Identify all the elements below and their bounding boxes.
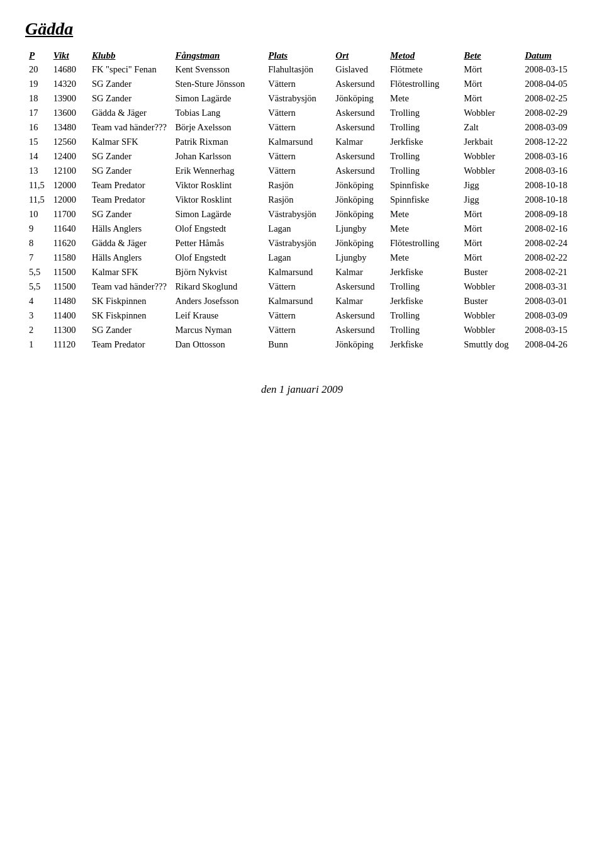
cell-klubb: Gädda & Jäger: [88, 106, 172, 120]
cell-vikt: 11120: [50, 337, 88, 352]
cell-metod: Spinnfiske: [386, 193, 460, 207]
cell-plats: Vättern: [264, 120, 332, 135]
cell-ort: Askersund: [332, 164, 386, 178]
table-row: 1412400SG ZanderJohan KarlssonVätternAsk…: [25, 149, 579, 164]
table-row: 11,512000Team PredatorViktor RosklintRas…: [25, 193, 579, 207]
cell-bete: Wobbler: [460, 164, 521, 178]
cell-vikt: 12100: [50, 164, 88, 178]
cell-bete: Wobbler: [460, 308, 521, 323]
cell-plats: Lagan: [264, 222, 332, 236]
cell-plats: Kalmarsund: [264, 135, 332, 149]
cell-plats: Kalmarsund: [264, 265, 332, 279]
cell-ort: Ljungby: [332, 222, 386, 236]
cell-plats: Vättern: [264, 106, 332, 120]
cell-datum: 2008-02-22: [521, 251, 579, 265]
col-header-p: P: [25, 49, 50, 62]
col-header-bete: Bete: [460, 49, 521, 62]
cell-ort: Askersund: [332, 106, 386, 120]
cell-plats: Västrabysjön: [264, 236, 332, 251]
cell-datum: 2008-03-09: [521, 120, 579, 135]
cell-metod: Flötestrolling: [386, 236, 460, 251]
cell-plats: Västrabysjön: [264, 91, 332, 106]
cell-ort: Askersund: [332, 120, 386, 135]
cell-fangstman: Leif Krause: [171, 308, 264, 323]
cell-bete: Buster: [460, 265, 521, 279]
cell-p: 17: [25, 106, 50, 120]
cell-bete: Wobbler: [460, 279, 521, 294]
cell-plats: Bunn: [264, 337, 332, 352]
cell-bete: Zalt: [460, 120, 521, 135]
cell-metod: Jerkfiske: [386, 135, 460, 149]
cell-p: 2: [25, 323, 50, 337]
cell-datum: 2008-02-25: [521, 91, 579, 106]
cell-vikt: 13600: [50, 106, 88, 120]
cell-metod: Flötestrolling: [386, 77, 460, 91]
cell-p: 15: [25, 135, 50, 149]
cell-plats: Lagan: [264, 251, 332, 265]
cell-p: 11,5: [25, 193, 50, 207]
cell-datum: 2008-02-24: [521, 236, 579, 251]
cell-plats: Flahultasjön: [264, 62, 332, 77]
cell-klubb: Hälls Anglers: [88, 222, 172, 236]
cell-fangstman: Simon Lagärde: [171, 207, 264, 222]
cell-p: 18: [25, 91, 50, 106]
table-row: 11,512000Team PredatorViktor RosklintRas…: [25, 178, 579, 193]
cell-datum: 2008-04-26: [521, 337, 579, 352]
cell-p: 14: [25, 149, 50, 164]
cell-metod: Jerkfiske: [386, 294, 460, 308]
cell-ort: Jönköping: [332, 178, 386, 193]
cell-metod: Trolling: [386, 149, 460, 164]
cell-klubb: SG Zander: [88, 91, 172, 106]
cell-vikt: 14320: [50, 77, 88, 91]
cell-datum: 2008-10-18: [521, 193, 579, 207]
cell-klubb: Team Predator: [88, 178, 172, 193]
cell-metod: Trolling: [386, 106, 460, 120]
cell-vikt: 11620: [50, 236, 88, 251]
col-header-klubb: Klubb: [88, 49, 172, 62]
cell-p: 10: [25, 207, 50, 222]
cell-datum: 2008-03-16: [521, 149, 579, 164]
cell-vikt: 12560: [50, 135, 88, 149]
cell-ort: Askersund: [332, 279, 386, 294]
col-header-ort: Ort: [332, 49, 386, 62]
cell-ort: Kalmar: [332, 265, 386, 279]
cell-vikt: 12400: [50, 149, 88, 164]
table-row: 911640Hälls AnglersOlof EngstedtLaganLju…: [25, 222, 579, 236]
cell-klubb: Team vad händer???: [88, 279, 172, 294]
cell-klubb: Gädda & Jäger: [88, 236, 172, 251]
cell-klubb: SG Zander: [88, 149, 172, 164]
col-header-fangstman: Fångstman: [171, 49, 264, 62]
table-row: 2014680FK "speci" FenanKent SvenssonFlah…: [25, 62, 579, 77]
cell-bete: Wobbler: [460, 323, 521, 337]
cell-p: 20: [25, 62, 50, 77]
cell-ort: Jönköping: [332, 91, 386, 106]
cell-p: 5,5: [25, 279, 50, 294]
cell-vikt: 11500: [50, 279, 88, 294]
cell-klubb: Team Predator: [88, 337, 172, 352]
cell-fangstman: Viktor Rosklint: [171, 193, 264, 207]
cell-metod: Mete: [386, 91, 460, 106]
cell-bete: Mört: [460, 207, 521, 222]
col-header-plats: Plats: [264, 49, 332, 62]
table-row: 5,511500Team vad händer???Rikard Skoglun…: [25, 279, 579, 294]
cell-bete: Mört: [460, 91, 521, 106]
cell-p: 8: [25, 236, 50, 251]
cell-klubb: SG Zander: [88, 77, 172, 91]
cell-fangstman: Björn Nykvist: [171, 265, 264, 279]
cell-datum: 2008-12-22: [521, 135, 579, 149]
cell-klubb: Hälls Anglers: [88, 251, 172, 265]
cell-p: 11,5: [25, 178, 50, 193]
cell-bete: Smuttly dog: [460, 337, 521, 352]
table-row: 1813900SG ZanderSimon LagärdeVästrabysjö…: [25, 91, 579, 106]
cell-ort: Askersund: [332, 308, 386, 323]
cell-klubb: SK Fiskpinnen: [88, 294, 172, 308]
footer-date: den 1 januari 2009: [25, 377, 579, 396]
cell-vikt: 11700: [50, 207, 88, 222]
cell-fangstman: Kent Svensson: [171, 62, 264, 77]
table-row: 1613480Team vad händer???Börje AxelssonV…: [25, 120, 579, 135]
cell-fangstman: Börje Axelsson: [171, 120, 264, 135]
cell-klubb: SK Fiskpinnen: [88, 308, 172, 323]
cell-vikt: 11480: [50, 294, 88, 308]
cell-klubb: Kalmar SFK: [88, 135, 172, 149]
cell-vikt: 12000: [50, 178, 88, 193]
